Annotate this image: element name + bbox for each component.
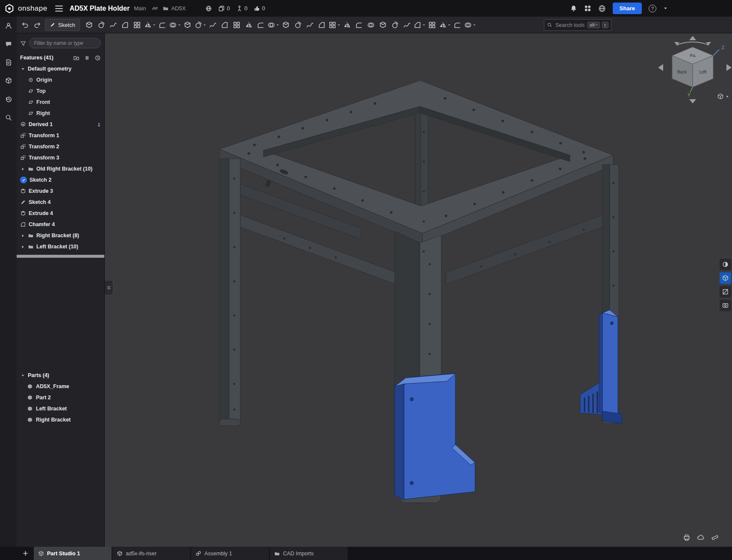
mirror-icon[interactable] <box>231 18 242 31</box>
spin-arrows-icon[interactable] <box>677 42 708 45</box>
insertables-icon[interactable] <box>3 75 14 86</box>
replace-face-icon[interactable] <box>342 18 353 31</box>
line-3d-icon[interactable] <box>378 18 389 31</box>
feature-row-transform-3[interactable]: Transform 3 <box>17 152 104 163</box>
add-folder-icon[interactable] <box>73 55 80 61</box>
chevron-down-icon[interactable] <box>20 67 25 71</box>
rotate-left-arrow-icon[interactable] <box>658 64 663 71</box>
circular-pattern-icon[interactable] <box>219 18 230 31</box>
onshape-logo-icon[interactable] <box>4 3 15 14</box>
undo-icon[interactable] <box>20 18 31 31</box>
fill-surface-icon[interactable] <box>304 18 316 31</box>
section-view-icon[interactable] <box>720 286 731 298</box>
feature-row-top[interactable]: Top <box>17 85 104 97</box>
named-views-icon[interactable] <box>720 300 731 311</box>
feature-row-sketch-4[interactable]: Sketch 4 <box>17 197 104 208</box>
feature-filter-input[interactable] <box>29 38 101 48</box>
feature-row-transform-2[interactable]: Transform 2 <box>17 141 104 152</box>
sweep-icon[interactable] <box>108 18 119 31</box>
right-bracket-part[interactable] <box>580 310 622 424</box>
linear-pattern-icon[interactable] <box>207 18 218 31</box>
part-row-ad5x-frame[interactable]: AD5X_Frame <box>17 381 104 392</box>
chevron-right-icon[interactable] <box>20 245 25 249</box>
sketch-button[interactable]: Sketch <box>45 19 80 31</box>
transform-caret-icon[interactable] <box>276 21 280 29</box>
custom-feature-icon[interactable] <box>464 18 476 31</box>
chevron-right-icon[interactable] <box>20 167 25 171</box>
composite-curve-caret-icon[interactable] <box>447 21 451 29</box>
stat-globe-icon[interactable] <box>205 5 212 12</box>
tab-assembly-1[interactable]: Assembly 1 <box>191 547 270 560</box>
bridging-curve-icon[interactable] <box>427 18 438 31</box>
document-outline-icon[interactable] <box>3 57 14 68</box>
search-icon[interactable] <box>3 112 14 123</box>
draft-icon[interactable] <box>157 18 168 31</box>
redo-icon[interactable] <box>32 18 43 31</box>
search-tools-input[interactable] <box>555 22 585 29</box>
part-row-part-2[interactable]: Part 2 <box>17 392 104 403</box>
rib-icon[interactable] <box>194 18 207 31</box>
transform-icon[interactable] <box>267 18 280 31</box>
shell-icon[interactable] <box>169 18 181 31</box>
add-tab-button[interactable] <box>17 547 34 560</box>
thicken-surface-icon[interactable] <box>292 18 304 31</box>
feature-row-right-bracket-8[interactable]: Right Bracket (8) <box>17 230 104 241</box>
language-globe-icon[interactable] <box>598 5 606 12</box>
link-icon[interactable] <box>152 5 158 12</box>
feature-row-chamfer-4[interactable]: Chamfer 4 <box>17 219 104 230</box>
feature-row-front[interactable]: Front <box>17 97 104 108</box>
chevron-right-icon[interactable] <box>20 233 25 238</box>
printer-icon[interactable] <box>683 533 691 541</box>
rollback-history-icon[interactable] <box>94 55 101 61</box>
history-icon[interactable] <box>3 94 14 105</box>
notifications-icon[interactable] <box>570 5 577 12</box>
feature-row-derived-1[interactable]: Derived 1 <box>17 119 104 130</box>
feature-row-sketch-2[interactable]: Sketch 2 <box>17 174 104 186</box>
loft-icon[interactable] <box>120 18 131 31</box>
app-grid-icon[interactable] <box>584 5 591 12</box>
stat-follow-icon[interactable]: 0 <box>236 5 248 12</box>
helix-icon[interactable] <box>390 18 401 31</box>
branch-label[interactable]: Main <box>134 5 146 12</box>
main-menu-icon[interactable] <box>55 6 63 12</box>
pause-icon[interactable] <box>84 55 90 61</box>
feature-row-old-right-bracket-10[interactable]: Old Right Bracket (10) <box>17 163 104 174</box>
rotate-down-arrow-icon[interactable] <box>689 99 696 103</box>
left-bracket-part[interactable] <box>395 373 475 500</box>
shaded-view-icon[interactable] <box>720 259 731 270</box>
part-row-right-bracket[interactable]: Right Bracket <box>17 414 104 425</box>
viewport-canvas[interactable] <box>105 33 732 547</box>
derived-status-icon[interactable] <box>96 122 102 127</box>
help-menu-caret-icon[interactable] <box>663 6 668 11</box>
view-cube-icon[interactable] <box>720 272 731 284</box>
trim-curve-icon[interactable] <box>452 18 463 31</box>
projected-curve-caret-icon[interactable] <box>422 21 426 29</box>
feature-row-left-bracket-10[interactable]: Left Bracket (10) <box>17 241 104 252</box>
feature-row-default-geometry[interactable]: Default geometry <box>17 63 104 74</box>
comments-icon[interactable] <box>3 38 14 50</box>
feature-row-extrude-4[interactable]: Extrude 4 <box>17 208 104 219</box>
feature-row-transform-1[interactable]: Transform 1 <box>17 130 104 141</box>
stat-copies-icon[interactable]: 0 <box>218 5 230 12</box>
document-title[interactable]: AD5X Plate Holder <box>70 5 130 12</box>
ruler-icon[interactable] <box>711 533 719 541</box>
view-options-button[interactable] <box>717 93 729 100</box>
offset-surface-icon[interactable] <box>280 18 292 31</box>
filter-funnel-icon[interactable] <box>20 40 27 47</box>
projected-curve-icon[interactable] <box>413 18 426 31</box>
shell-caret-icon[interactable] <box>177 21 181 29</box>
feature-row-extrude-3[interactable]: Extrude 3 <box>17 186 104 197</box>
fillet-icon[interactable] <box>132 18 143 31</box>
panel-resize-handle[interactable] <box>105 280 113 295</box>
rotate-right-arrow-icon[interactable] <box>726 64 732 71</box>
hole-icon[interactable] <box>182 18 193 31</box>
rotate-up-arrow-icon[interactable] <box>689 36 696 40</box>
graphics-viewport[interactable]: Top Back Left Z Y <box>105 33 732 547</box>
chamfer-caret-icon[interactable] <box>152 21 156 29</box>
follow-mode-icon[interactable] <box>3 20 14 31</box>
delete-face-icon[interactable] <box>316 18 328 31</box>
plane-icon[interactable] <box>354 18 365 31</box>
part-row-left-bracket[interactable]: Left Bracket <box>17 403 104 414</box>
tab-part-studio-1[interactable]: Part Studio 1 <box>34 547 112 560</box>
share-button[interactable]: Share <box>613 3 642 14</box>
